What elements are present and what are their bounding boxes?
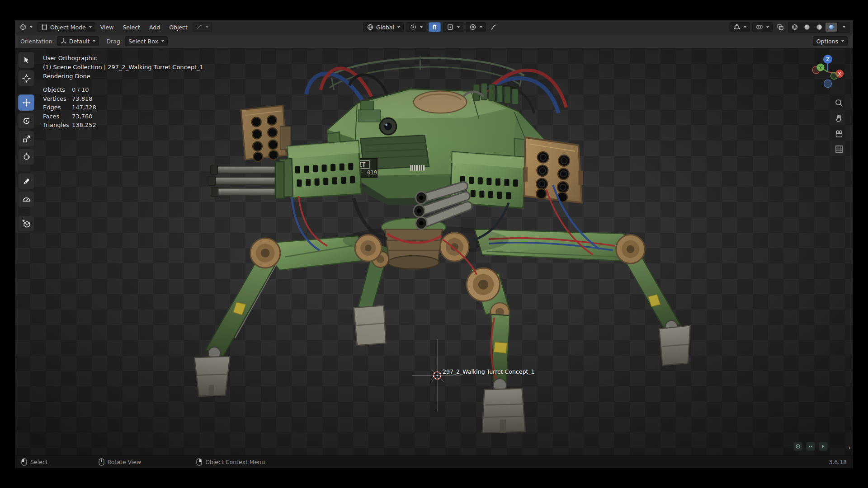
- editor-3d-viewport-icon: [19, 23, 27, 31]
- select-box-tool-button[interactable]: [18, 52, 34, 68]
- add-cube-icon: [22, 219, 31, 229]
- 3d-viewport[interactable]: UNIT FH - 019: [15, 48, 853, 455]
- add-cube-tool-button[interactable]: [18, 216, 34, 232]
- status-hint-select: Select: [21, 458, 48, 466]
- chevron-down-icon: [843, 26, 845, 28]
- options-dropdown[interactable]: Options: [813, 36, 848, 46]
- chevron-down-icon: [30, 26, 33, 28]
- toggle-xray-button[interactable]: [775, 22, 786, 32]
- menu-select[interactable]: Select: [118, 22, 144, 32]
- active-object-label: 297_2_Walking Turret Concept_1: [443, 368, 534, 375]
- menu-view[interactable]: View: [96, 22, 118, 32]
- orientation-value: Global: [376, 24, 394, 31]
- grid-toggle-button[interactable]: [834, 144, 844, 154]
- stat-row: Faces73,760: [43, 112, 96, 121]
- proportional-editing-icon: [469, 23, 476, 31]
- wireframe-shading-icon: [791, 23, 798, 31]
- stat-row: Objects0 / 10: [43, 85, 96, 94]
- falloff-curve-icon: [490, 23, 497, 31]
- viewport-display-controls: [730, 22, 850, 33]
- chevron-down-icon: [397, 26, 400, 28]
- pan-button[interactable]: [834, 113, 844, 123]
- navigation-axis-gizmo[interactable]: Z X Y: [809, 53, 847, 91]
- orientation-label: Orientation:: [20, 38, 54, 45]
- camera-view-button[interactable]: [834, 129, 844, 139]
- pan-hand-icon: [835, 114, 844, 123]
- rotate-icon: [22, 116, 31, 126]
- show-overlays-dropdown[interactable]: [752, 22, 773, 32]
- proportional-editing-dropdown[interactable]: [466, 22, 486, 32]
- grid-toggle-icon: [835, 145, 844, 154]
- shading-wireframe-button[interactable]: [789, 23, 801, 32]
- status-hint-context-menu: Object Context Menu: [196, 458, 265, 466]
- global-orientation-icon: [367, 23, 374, 31]
- chevron-down-icon: [206, 26, 208, 28]
- viewport-mini-indicators: [793, 442, 828, 451]
- blender-window: Object Mode View Select Add Object Globa…: [15, 20, 853, 468]
- gizmo-x-label: X: [838, 71, 841, 76]
- material-preview-icon: [816, 23, 823, 31]
- robot-model[interactable]: UNIT FH - 019: [182, 48, 708, 438]
- status-hint-rotate-view: Rotate View: [99, 458, 142, 466]
- shading-solid-button[interactable]: [801, 23, 813, 32]
- chevron-down-icon: [744, 26, 746, 28]
- indicator-icon-3[interactable]: [819, 442, 828, 451]
- pivot-point-dropdown[interactable]: [406, 22, 426, 32]
- measure-icon: [22, 195, 31, 204]
- select-box-icon: [22, 56, 31, 65]
- move-tool-button[interactable]: [18, 94, 34, 111]
- orientation-dropdown[interactable]: Default: [57, 36, 99, 46]
- 3d-cursor-icon: [22, 74, 31, 83]
- menu-add[interactable]: Add: [145, 22, 164, 32]
- indicator-ring-icon: [795, 444, 801, 449]
- snap-toggle-button[interactable]: [429, 22, 441, 32]
- chevron-down-icon: [93, 40, 95, 42]
- drag-dropdown[interactable]: Select Box: [125, 36, 168, 46]
- blender-version: 3.6.18: [829, 459, 847, 465]
- scale-tool-button[interactable]: [18, 131, 34, 147]
- camera-view-icon: [835, 129, 844, 138]
- transform-orientation-dropdown[interactable]: Global: [363, 22, 404, 32]
- drag-label: Drag:: [106, 38, 122, 45]
- chevron-down-icon: [89, 26, 92, 28]
- gizmo-neg-y-axis[interactable]: [831, 73, 838, 80]
- annotate-tool-button[interactable]: [18, 173, 34, 189]
- mouse-right-icon: [196, 458, 202, 466]
- menu-object[interactable]: Object: [165, 22, 192, 32]
- transform-tool-button[interactable]: [18, 149, 34, 165]
- show-gizmos-dropdown[interactable]: [730, 22, 750, 32]
- rendered-shading-icon: [828, 23, 835, 31]
- options-label: Options: [816, 38, 838, 45]
- indicator-icon-2[interactable]: [806, 442, 815, 451]
- rotate-tool-button[interactable]: [18, 113, 34, 129]
- viewport-header: Object Mode View Select Add Object Globa…: [15, 20, 853, 34]
- viewport-shading-group: [788, 22, 850, 33]
- snap-target-dropdown[interactable]: [443, 22, 463, 32]
- shading-material-preview-button[interactable]: [813, 23, 825, 32]
- falloff-button[interactable]: [488, 22, 499, 32]
- shading-rendered-button[interactable]: [826, 23, 837, 32]
- cursor-tool-button[interactable]: [18, 70, 34, 86]
- shading-options-dropdown[interactable]: [838, 23, 849, 32]
- editor-type-button[interactable]: [18, 22, 34, 32]
- mode-options-icon: [196, 24, 203, 30]
- axis-icon: [61, 38, 67, 44]
- gizmo-neg-z-axis[interactable]: [824, 80, 832, 88]
- status-bar: Select Rotate View Object Context Menu 3…: [15, 455, 853, 468]
- chevron-down-icon: [420, 26, 423, 28]
- stat-row: Vertices73,818: [43, 94, 96, 103]
- zoom-button[interactable]: [834, 98, 844, 108]
- transform-icon: [22, 152, 31, 162]
- indicator-icon-1[interactable]: [793, 442, 802, 451]
- chevron-down-icon: [480, 26, 482, 28]
- tool-settings-bar: Orientation: Default Drag: Select Box Op…: [15, 34, 853, 48]
- orientation-value: Default: [69, 38, 90, 45]
- expand-arrow-icon[interactable]: ›: [848, 444, 851, 452]
- chevron-down-icon: [766, 26, 769, 28]
- mode-select[interactable]: Object Mode: [37, 22, 95, 32]
- measure-tool-button[interactable]: [18, 191, 34, 207]
- show-overlays-icon: [756, 23, 763, 31]
- indicator-play-icon: [821, 444, 826, 449]
- mode-options-dropdown[interactable]: [193, 22, 212, 32]
- robot-ammo-box-right: [523, 137, 583, 202]
